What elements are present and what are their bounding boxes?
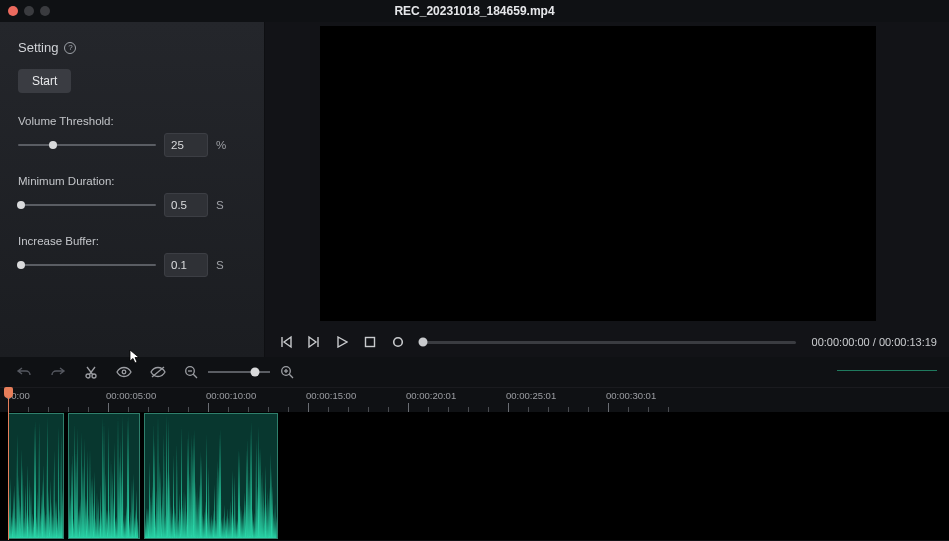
ruler-tick (408, 403, 409, 412)
preview-button[interactable] (116, 366, 132, 378)
volume-threshold-input[interactable]: 25 (164, 133, 208, 157)
hide-button[interactable] (150, 366, 166, 378)
zoom-slider-thumb[interactable] (250, 368, 259, 377)
help-icon[interactable]: ? (64, 42, 76, 54)
video-preview (320, 26, 876, 321)
timeline-track[interactable] (0, 412, 949, 540)
increase-buffer-label: Increase Buffer: (18, 235, 248, 247)
ruler-tick (308, 403, 309, 412)
play-button[interactable] (333, 333, 351, 351)
minimum-duration-input[interactable]: 0.5 (164, 193, 208, 217)
preview-accent-line (837, 369, 937, 371)
settings-header: Setting ? (18, 40, 248, 55)
ruler-label: 00:00:10:00 (206, 390, 256, 401)
step-back-button[interactable] (277, 333, 295, 351)
volume-threshold-unit: % (216, 139, 226, 151)
minimum-duration-unit: S (216, 199, 224, 211)
ruler-tick (608, 403, 609, 412)
volume-threshold-slider-thumb[interactable] (49, 141, 57, 149)
settings-title: Setting (18, 40, 58, 55)
minimum-duration-slider[interactable] (18, 204, 156, 206)
cut-button[interactable] (84, 365, 98, 379)
ruler-tick (208, 403, 209, 412)
ruler-label: 00:00:15:00 (306, 390, 356, 401)
stop-button[interactable] (361, 333, 379, 351)
total-time: 00:00:13:19 (879, 336, 937, 348)
increase-buffer-unit: S (216, 259, 224, 271)
zoom-out-button[interactable] (184, 365, 198, 379)
increase-buffer-slider-thumb[interactable] (17, 261, 25, 269)
undo-button[interactable] (16, 365, 32, 379)
ruler-label: 00:00:25:01 (506, 390, 556, 401)
minimum-duration-label: Minimum Duration: (18, 175, 248, 187)
timeline-ruler[interactable]: 00:0000:00:05:0000:00:10:0000:00:15:0000… (0, 387, 949, 412)
start-button[interactable]: Start (18, 69, 71, 93)
zoom-in-button[interactable] (280, 365, 294, 379)
svg-line-10 (289, 374, 293, 378)
audio-clip[interactable] (68, 413, 140, 539)
ruler-tick (508, 403, 509, 412)
preview-area: 00:00:00:00 / 00:00:13:19 (265, 22, 949, 357)
increase-buffer-input[interactable]: 0.1 (164, 253, 208, 277)
svg-rect-0 (366, 338, 375, 347)
settings-panel: Setting ? Start Volume Threshold: 25 % M… (0, 22, 265, 357)
ruler-label: 00:00:30:01 (606, 390, 656, 401)
titlebar: REC_20231018_184659.mp4 (0, 0, 949, 22)
audio-clip[interactable] (144, 413, 278, 539)
audio-clip[interactable] (8, 413, 64, 539)
svg-line-7 (193, 374, 197, 378)
ruler-label: 00:00:05:00 (106, 390, 156, 401)
volume-threshold-label: Volume Threshold: (18, 115, 248, 127)
svg-point-4 (122, 370, 126, 374)
current-time: 00:00:00:00 (812, 336, 870, 348)
record-button[interactable] (389, 333, 407, 351)
time-readout: 00:00:00:00 / 00:00:13:19 (812, 336, 937, 348)
playback-progress[interactable] (423, 341, 796, 344)
ruler-label: 00:00:20:01 (406, 390, 456, 401)
minimum-duration-slider-thumb[interactable] (17, 201, 25, 209)
volume-threshold-slider[interactable] (18, 144, 156, 146)
window-title: REC_20231018_184659.mp4 (0, 4, 949, 18)
playhead-line (8, 388, 9, 540)
increase-buffer-slider[interactable] (18, 264, 156, 266)
redo-button[interactable] (50, 365, 66, 379)
step-forward-button[interactable] (305, 333, 323, 351)
ruler-tick (108, 403, 109, 412)
timeline-toolbar (0, 357, 949, 387)
zoom-slider[interactable] (208, 371, 270, 373)
transport-bar: 00:00:00:00 / 00:00:13:19 (265, 327, 949, 357)
playback-progress-thumb[interactable] (419, 338, 428, 347)
svg-point-1 (394, 338, 403, 347)
